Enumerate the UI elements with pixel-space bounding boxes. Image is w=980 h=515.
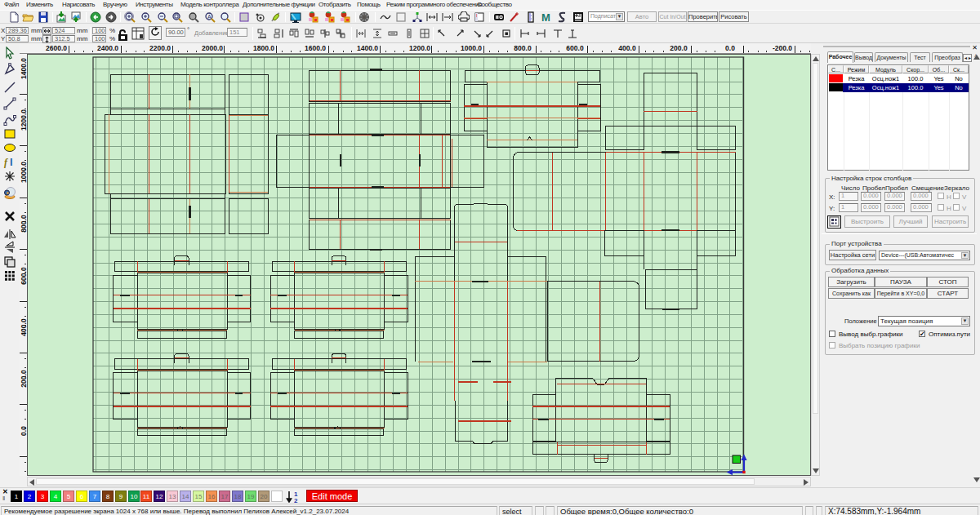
svg-text:f: f	[4, 157, 8, 168]
svg-text:2: 2	[294, 497, 298, 503]
svg-text:M: M	[541, 11, 550, 23]
svg-text:A: A	[207, 14, 212, 20]
svg-text:I: I	[10, 156, 13, 168]
